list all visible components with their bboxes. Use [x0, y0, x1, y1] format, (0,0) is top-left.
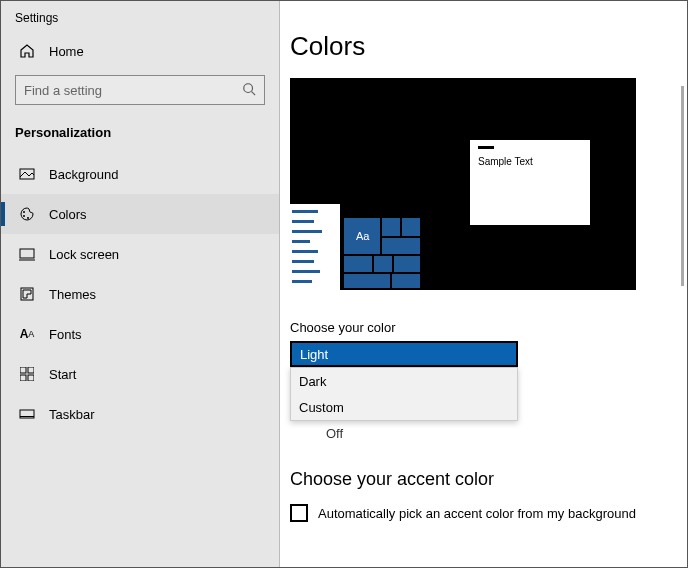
sidebar-item-label: Lock screen	[49, 247, 119, 262]
transparency-toggle-value: Off	[326, 426, 343, 441]
auto-accent-checkbox-row[interactable]: Automatically pick an accent color from …	[290, 504, 687, 522]
svg-point-5	[27, 217, 29, 219]
palette-icon	[19, 206, 35, 222]
picture-icon	[19, 166, 35, 182]
scrollbar[interactable]	[681, 86, 684, 286]
svg-rect-10	[28, 367, 34, 373]
fonts-icon: AA	[19, 326, 35, 342]
home-icon	[19, 43, 35, 59]
color-option-custom[interactable]: Custom	[291, 394, 517, 420]
themes-icon	[19, 286, 35, 302]
lock-screen-icon	[19, 246, 35, 262]
sidebar-item-taskbar[interactable]: Taskbar	[1, 394, 279, 434]
sidebar-item-label: Fonts	[49, 327, 82, 342]
sidebar-item-background[interactable]: Background	[1, 154, 279, 194]
start-icon	[19, 366, 35, 382]
transparency-toggle-partial: Off	[290, 423, 687, 443]
preview-aa: Aa	[356, 230, 369, 242]
sidebar-item-label: Start	[49, 367, 76, 382]
sidebar-item-label: Background	[49, 167, 118, 182]
svg-rect-9	[20, 367, 26, 373]
preview-sample-text: Sample Text	[478, 156, 533, 167]
svg-rect-6	[20, 249, 34, 258]
sidebar-item-themes[interactable]: Themes	[1, 274, 279, 314]
sidebar-item-lock-screen[interactable]: Lock screen	[1, 234, 279, 274]
page-title: Colors	[280, 1, 687, 78]
svg-rect-12	[28, 375, 34, 381]
search-placeholder: Find a setting	[24, 83, 102, 98]
window-title: Settings	[1, 1, 279, 33]
svg-point-0	[244, 83, 253, 92]
color-option-dark[interactable]: Dark	[291, 368, 517, 394]
sidebar-item-label: Taskbar	[49, 407, 95, 422]
sidebar-item-colors[interactable]: Colors	[1, 194, 279, 234]
color-preview: Sample Text Aa	[290, 78, 636, 290]
auto-accent-checkbox[interactable]	[290, 504, 308, 522]
taskbar-icon	[19, 406, 35, 422]
preview-start-menu-left	[290, 204, 340, 290]
search-input[interactable]: Find a setting	[15, 75, 265, 105]
color-dropdown[interactable]: Light Dark Custom	[290, 341, 518, 421]
svg-point-3	[23, 211, 25, 213]
sidebar: Settings Home Find a setting Personaliza…	[1, 1, 279, 567]
color-dropdown-selected[interactable]: Light	[290, 341, 518, 367]
accent-color-header: Choose your accent color	[290, 469, 687, 490]
sidebar-item-label: Themes	[49, 287, 96, 302]
preview-window: Sample Text	[470, 140, 590, 225]
section-title: Personalization	[1, 121, 279, 154]
svg-point-4	[23, 215, 25, 217]
auto-accent-checkbox-label: Automatically pick an accent color from …	[318, 506, 636, 521]
color-dropdown-label: Choose your color	[290, 320, 687, 335]
search-icon	[242, 82, 256, 99]
home-button[interactable]: Home	[1, 33, 279, 69]
color-dropdown-list: Dark Custom	[290, 367, 518, 421]
sidebar-item-fonts[interactable]: AA Fonts	[1, 314, 279, 354]
home-label: Home	[49, 44, 84, 59]
sidebar-item-start[interactable]: Start	[1, 354, 279, 394]
svg-line-1	[252, 91, 256, 95]
svg-rect-11	[20, 375, 26, 381]
content-pane: Colors Sample Text Aa	[280, 1, 687, 567]
sidebar-item-label: Colors	[49, 207, 87, 222]
preview-start-tiles: Aa	[344, 218, 424, 290]
